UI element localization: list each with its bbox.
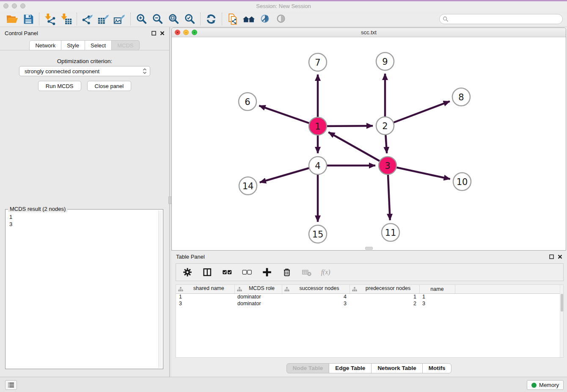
deselect-all-icon[interactable] xyxy=(241,266,253,279)
graph-node-label: 1 xyxy=(315,121,320,132)
close-panel-icon[interactable] xyxy=(160,31,165,36)
save-session-icon[interactable] xyxy=(20,12,36,26)
network-canvas[interactable]: 7968124314101511 xyxy=(172,37,566,250)
delete-icon[interactable] xyxy=(281,266,293,279)
float-panel-icon[interactable] xyxy=(151,31,156,36)
table-panel-title: Table Panel xyxy=(176,254,205,260)
zoom-window-icon[interactable] xyxy=(20,3,25,8)
refresh-icon[interactable] xyxy=(203,12,219,26)
network-view-window: ✕ − + scc.txt 7968124314101511 xyxy=(171,28,566,251)
zoom-out-icon[interactable] xyxy=(149,12,165,26)
table-cell[interactable]: 3 xyxy=(176,300,234,307)
graph-node-label: 11 xyxy=(385,228,396,238)
memory-button[interactable]: Memory xyxy=(527,380,564,390)
horizontal-splitter-grip[interactable] xyxy=(365,247,373,250)
export-table-icon[interactable] xyxy=(96,12,112,26)
tab-network[interactable]: Network xyxy=(29,40,61,50)
minimize-window-icon[interactable] xyxy=(12,3,17,8)
table-cell[interactable]: 2 xyxy=(350,300,419,307)
table-cell[interactable]: 3 xyxy=(419,300,455,307)
table-cell[interactable]: 1 xyxy=(176,293,234,300)
column-filler xyxy=(455,285,563,293)
column-header[interactable]: MCDS role xyxy=(234,285,282,293)
run-mcds-button[interactable]: Run MCDS xyxy=(38,81,81,91)
hide-selected-icon[interactable] xyxy=(257,12,273,26)
gear-icon[interactable] xyxy=(181,266,194,279)
table-cell[interactable]: 4 xyxy=(282,293,350,300)
duplicate-network-icon[interactable] xyxy=(225,12,241,26)
task-history-button[interactable] xyxy=(5,380,17,390)
graph-node-label: 10 xyxy=(457,177,468,187)
minimize-view-icon[interactable]: − xyxy=(183,30,189,35)
delete-table-icon[interactable] xyxy=(300,266,313,279)
graph-node-label: 14 xyxy=(242,181,254,191)
mcds-result-text[interactable]: 13 xyxy=(6,210,158,368)
tab-mcds[interactable]: MCDS xyxy=(111,40,139,50)
tab-network-table[interactable]: Network Table xyxy=(371,363,422,373)
close-view-icon[interactable]: ✕ xyxy=(175,30,180,35)
table-cell[interactable]: 1 xyxy=(350,293,419,300)
search-input[interactable] xyxy=(451,16,559,22)
table-cell[interactable]: 3 xyxy=(282,300,350,307)
table-scrollbar-thumb[interactable] xyxy=(561,294,563,312)
export-image-icon[interactable] xyxy=(112,12,128,26)
import-network-icon[interactable] xyxy=(42,12,58,26)
graph-node-label: 7 xyxy=(315,58,320,68)
result-line: 1 xyxy=(9,213,154,221)
close-window-icon[interactable] xyxy=(3,3,8,8)
float-table-panel-icon[interactable] xyxy=(549,254,554,259)
optimization-criterion-label: Optimization criterion: xyxy=(0,58,169,64)
add-icon[interactable] xyxy=(261,266,273,279)
tab-style[interactable]: Style xyxy=(61,40,85,50)
table-row[interactable]: 3dominator323 xyxy=(176,300,563,307)
table-cell[interactable]: 1 xyxy=(419,293,455,300)
zoom-fit-icon[interactable] xyxy=(165,12,182,26)
table-cell[interactable]: dominator xyxy=(234,293,282,300)
window-title: Session: New Session xyxy=(0,1,567,11)
graph-edge-2-8[interactable] xyxy=(385,101,450,126)
column-header[interactable]: shared name xyxy=(176,285,234,293)
open-session-icon[interactable] xyxy=(4,12,20,26)
function-builder-icon[interactable]: f(x) xyxy=(320,266,333,279)
export-network-icon[interactable] xyxy=(80,12,96,26)
table-scrollbar[interactable] xyxy=(560,285,563,357)
column-header[interactable]: predecessor nodes xyxy=(350,285,419,293)
criterion-dropdown[interactable]: strongly connected component xyxy=(19,66,150,76)
tab-node-table[interactable]: Node Table xyxy=(286,363,330,373)
chevron-updown-icon xyxy=(142,68,147,75)
neighbors-icon[interactable] xyxy=(241,12,257,26)
main-toolbar xyxy=(0,11,567,27)
graph-edge-3-10[interactable] xyxy=(388,166,450,179)
graph-edge-3-1[interactable] xyxy=(328,132,388,166)
memory-label: Memory xyxy=(539,382,559,388)
close-panel-button[interactable]: Close panel xyxy=(87,81,132,91)
column-header[interactable]: successor nodes xyxy=(282,285,350,293)
table-row[interactable]: 1dominator411 xyxy=(176,293,563,300)
table-panel: Table Panel f(x) xyxy=(171,251,567,376)
import-table-icon[interactable] xyxy=(58,12,74,26)
node-table-container: shared nameMCDS rolesuccessor nodesprede… xyxy=(176,284,564,358)
result-line: 3 xyxy=(9,221,154,228)
graph-node-label: 4 xyxy=(315,161,320,171)
zoom-in-icon[interactable] xyxy=(133,12,149,26)
show-column-icon[interactable] xyxy=(201,266,214,279)
graph-node-label: 9 xyxy=(382,57,388,67)
table-cell[interactable]: dominator xyxy=(234,300,282,307)
search-box xyxy=(439,14,563,24)
zoom-selected-icon[interactable] xyxy=(182,12,198,26)
svg-text:f(x): f(x) xyxy=(321,269,330,276)
show-all-icon[interactable] xyxy=(273,12,289,26)
tab-select[interactable]: Select xyxy=(85,40,112,50)
tab-edge-table[interactable]: Edge Table xyxy=(329,363,372,373)
maximize-view-icon[interactable]: + xyxy=(192,30,197,35)
result-scrollbar[interactable] xyxy=(158,210,162,368)
column-header[interactable]: name xyxy=(419,285,455,293)
status-bar: Memory xyxy=(0,377,567,392)
node-table: shared nameMCDS rolesuccessor nodesprede… xyxy=(176,285,563,307)
tab-motifs[interactable]: Motifs xyxy=(422,363,452,373)
mcds-result-box: MCDS result (2 nodes) 13 xyxy=(5,209,163,369)
select-all-icon[interactable] xyxy=(221,266,234,279)
graph-node-label: 6 xyxy=(245,97,250,107)
toolbar-separator xyxy=(200,13,201,25)
close-table-panel-icon[interactable] xyxy=(558,254,562,259)
